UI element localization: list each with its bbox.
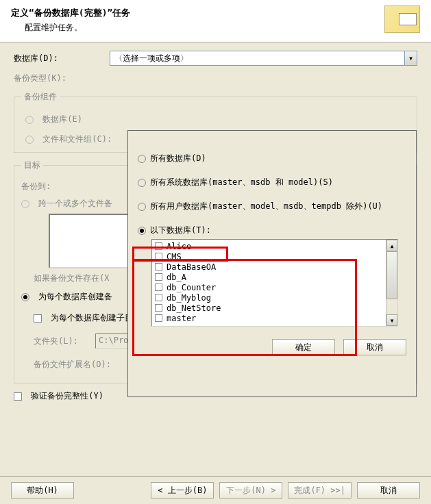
db-item[interactable]: db_NetStore	[155, 303, 395, 313]
ok-button[interactable]: 确定	[272, 339, 335, 355]
db-checkbox[interactable]	[155, 304, 162, 312]
chevron-down-icon[interactable]: ▾	[404, 51, 417, 65]
dialog-subtitle: 配置维护任务。	[25, 22, 130, 34]
opt-these-radio[interactable]	[138, 227, 146, 235]
opt-user-label: 所有用户数据库(master、model、msdb、tempdb 除外)(U)	[150, 201, 382, 212]
database-label: 数据库(D):	[14, 53, 110, 64]
db-checkbox[interactable]	[155, 284, 162, 291]
db-name: db_NetStore	[167, 303, 221, 313]
prev-button[interactable]: < 上一步(B)	[151, 482, 214, 499]
database-scope-popup: 所有数据库(D) 所有系统数据库(master、msdb 和 model)(S)…	[127, 130, 417, 397]
db-checkbox[interactable]	[155, 294, 162, 301]
task-icon	[384, 5, 420, 33]
filegroup-radio-label: 文件和文件组(C):	[42, 134, 112, 144]
db-checkbox[interactable]	[155, 273, 162, 281]
scrollbar[interactable]: ▴ ▾	[386, 240, 397, 326]
help-button[interactable]: 帮助(H)	[11, 482, 74, 499]
backup-type-label: 备份类型(K):	[14, 73, 110, 84]
db-name: Alice	[167, 242, 191, 251]
db-item[interactable]: db_Myblog	[155, 292, 395, 303]
database-radio-label: 数据库(E)	[42, 114, 82, 124]
across-files-radio	[21, 200, 29, 208]
dialog-header: 定义“备份数据库(完整)”任务 配置维护任务。	[0, 0, 431, 42]
db-name: db_A	[167, 273, 186, 282]
per-db-label: 为每个数据库创建备	[38, 292, 112, 301]
finish-button: 完成(F) >>|	[288, 482, 352, 499]
wizard-footer: 帮助(H) < 上一步(B) 下一步(N) > 完成(F) >>| 取消	[0, 476, 431, 504]
dialog-title: 定义“备份数据库(完整)”任务	[11, 7, 130, 19]
popup-cancel-button[interactable]: 取消	[343, 339, 406, 355]
db-checkbox[interactable]	[155, 253, 162, 260]
opt-these-label: 以下数据库(T):	[150, 225, 211, 236]
db-name: CMS	[167, 252, 182, 262]
db-item[interactable]: DataBaseOA	[155, 262, 395, 272]
db-item[interactable]: CMS	[155, 251, 395, 262]
db-item[interactable]: Alice	[155, 241, 395, 251]
opt-all-label: 所有数据库(D)	[150, 153, 206, 164]
folder-label: 文件夹(L):	[34, 336, 95, 347]
opt-user-radio[interactable]	[138, 203, 146, 211]
db-checkbox[interactable]	[155, 242, 162, 250]
backup-to-label: 备份到:	[21, 181, 51, 191]
scroll-down-icon[interactable]: ▾	[386, 314, 397, 326]
subdir-checkbox[interactable]	[34, 314, 42, 323]
verify-checkbox[interactable]	[14, 392, 22, 401]
target-legend: 目标	[21, 160, 43, 171]
db-item[interactable]: db_Counter	[155, 282, 395, 292]
opt-sys-radio[interactable]	[138, 179, 146, 187]
scroll-thumb[interactable]	[386, 251, 397, 299]
next-button: 下一步(N) >	[219, 482, 282, 499]
opt-all-radio[interactable]	[138, 155, 146, 163]
db-name: db_Counter	[167, 283, 216, 292]
across-files-label: 跨一个或多个文件备	[38, 199, 112, 208]
db-name: DataBaseOA	[167, 262, 216, 272]
verify-label: 验证备份完整性(Y)	[31, 391, 103, 401]
db-checkbox[interactable]	[155, 314, 162, 322]
scroll-up-icon[interactable]: ▴	[386, 240, 397, 251]
db-checkbox[interactable]	[155, 263, 162, 270]
db-item[interactable]: master	[155, 313, 395, 323]
if-exists-label: 如果备份文件存在(X	[34, 273, 109, 283]
database-combo[interactable]: 〈选择一项或多项〉 ▾	[110, 51, 417, 66]
filegroup-radio	[25, 136, 34, 144]
db-name: master	[167, 314, 196, 323]
backup-component-legend: 备份组件	[21, 91, 60, 103]
database-checklist[interactable]: AliceCMSDataBaseOAdb_Adb_Counterdb_Myblo…	[151, 239, 398, 327]
opt-sys-label: 所有系统数据库(master、msdb 和 model)(S)	[150, 177, 333, 188]
db-name: db_Myblog	[167, 293, 211, 303]
db-item[interactable]: db_A	[155, 272, 395, 282]
database-radio	[25, 116, 34, 124]
per-db-radio[interactable]	[21, 293, 29, 301]
cancel-button[interactable]: 取消	[357, 482, 420, 499]
database-combo-text: 〈选择一项或多项〉	[114, 53, 188, 64]
